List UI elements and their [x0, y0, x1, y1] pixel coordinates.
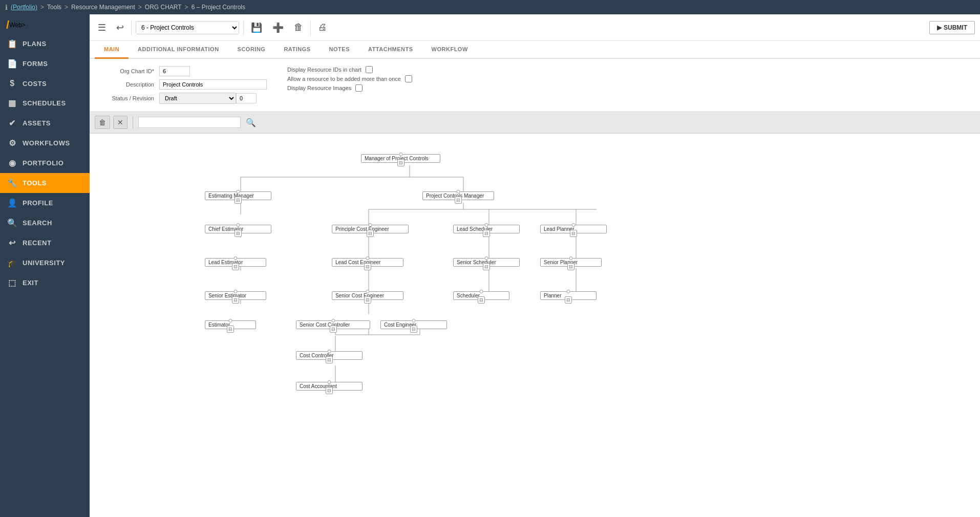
tab-scoring[interactable]: SCORING [228, 41, 275, 59]
node-sr-cost-eng[interactable]: Senior Cost Engineer ⊟ [332, 291, 403, 300]
node-expand-est-mgr[interactable]: ⊟ [235, 197, 242, 204]
node-expand-pc-mgr[interactable]: ⊟ [455, 197, 462, 204]
node-expand-sr-cost-eng[interactable]: ⊟ [364, 296, 371, 304]
schedules-icon: ▦ [7, 98, 17, 108]
node-lead-plan[interactable]: Lead Planner ⊟ [540, 225, 607, 233]
sidebar-item-portfolio[interactable]: ◉ PORTFOLIO [0, 153, 90, 173]
node-expand-sr-sched[interactable]: ⊟ [483, 263, 490, 270]
chart-toolbar-divider [133, 116, 133, 128]
node-label-est-mgr: Estimating Manager [208, 193, 254, 199]
node-expand-sr-cost-ctrl[interactable]: ⊟ [330, 326, 337, 333]
node-sr-sched[interactable]: Senior Scheduler ⊟ [453, 258, 520, 267]
sidebar-item-search[interactable]: 🔍 SEARCH [0, 213, 90, 233]
chart-delete-button[interactable]: 🗑 [95, 116, 110, 129]
node-plan[interactable]: Planner ⊟ [540, 291, 596, 300]
print-button[interactable]: 🖨 [315, 20, 330, 35]
chart-clear-button[interactable]: ✕ [113, 116, 127, 129]
node-expand-lead-cost-eng[interactable]: ⊟ [364, 263, 371, 270]
allow-multiple-row: Allow a resource to be added more than o… [287, 75, 412, 82]
description-label: Description [98, 81, 154, 88]
add-button[interactable]: ➕ [269, 20, 287, 35]
node-expand-lead-sched[interactable]: ⊟ [483, 230, 490, 237]
tab-workflow[interactable]: WORKFLOW [422, 41, 477, 59]
status-select[interactable]: Draft Active Closed [159, 93, 236, 104]
node-expand-sr-est[interactable]: ⊟ [232, 296, 239, 304]
display-ids-row: Display Resource IDs in chart [287, 66, 412, 73]
node-expand-est[interactable]: ⊟ [227, 326, 234, 333]
undo-button[interactable]: ↩ [113, 20, 127, 35]
sidebar-item-costs[interactable]: $ COSTS [0, 74, 90, 93]
tab-additional-info[interactable]: ADDITIONAL INFORMATION [129, 41, 228, 59]
record-selector[interactable]: 6 - Project Controls [136, 21, 239, 34]
chart-search-button[interactable]: 🔍 [244, 117, 258, 128]
node-sr-plan[interactable]: Senior Planner ⊟ [540, 258, 602, 267]
chart-toolbar: 🗑 ✕ 🔍 [90, 112, 980, 134]
description-input[interactable] [159, 79, 267, 90]
node-prin-cost[interactable]: Principle Cost Engineer ⊟ [332, 225, 409, 233]
display-ids-checkbox[interactable] [366, 66, 373, 73]
sidebar-item-profile[interactable]: 👤 PROFILE [0, 193, 90, 213]
tab-ratings[interactable]: RATINGS [274, 41, 319, 59]
sidebar-item-workflows[interactable]: ⚙ WORKFLOWS [0, 133, 90, 153]
sidebar-item-assets[interactable]: ✔ ASSETS [0, 113, 90, 133]
description-row: Description [98, 79, 267, 90]
sidebar-item-schedules[interactable]: ▦ SCHEDULES [0, 93, 90, 113]
node-expand-root[interactable]: ⊟ [397, 159, 404, 166]
sidebar-item-tools[interactable]: 🔧 TOOLS [0, 173, 90, 193]
node-sched[interactable]: Scheduler ⊟ [453, 291, 509, 300]
display-images-checkbox[interactable] [355, 84, 363, 92]
sidebar-item-university[interactable]: 🎓 UNIVERSITY [0, 253, 90, 273]
sidebar-item-plans[interactable]: 📋 PLANS [0, 34, 90, 54]
org-chart-container[interactable]: Manager of Project Controls ⊟ Estimating… [90, 134, 980, 517]
node-label-sr-sched: Senior Scheduler [457, 260, 496, 265]
node-chief-est[interactable]: Chief Estimator ⊟ [205, 225, 271, 233]
info-icon[interactable]: ℹ [5, 4, 8, 11]
breadcrumb-sep-1: > [40, 4, 44, 11]
node-expand-cost-ctrl[interactable]: ⊟ [326, 356, 333, 363]
node-expand-lead-est[interactable]: ⊟ [232, 263, 239, 270]
node-expand-cost-acct[interactable]: ⊟ [326, 387, 333, 394]
node-pc-mgr[interactable]: Project Controls Manager ⊟ [422, 191, 494, 200]
breadcrumb-portfolio[interactable]: (Portfolio) [11, 4, 37, 11]
node-expand-sr-plan[interactable]: ⊟ [567, 263, 574, 270]
node-expand-prin-cost[interactable]: ⊟ [367, 230, 374, 237]
node-expand-lead-plan[interactable]: ⊟ [570, 230, 577, 237]
sidebar-item-forms[interactable]: 📄 FORMS [0, 54, 90, 74]
display-images-label: Display Resource Images [287, 85, 351, 91]
node-est-mgr[interactable]: Estimating Manager ⊟ [205, 191, 271, 200]
save-button[interactable]: 💾 [248, 20, 265, 35]
tab-main[interactable]: MAIN [95, 41, 129, 59]
node-expand-chief-est[interactable]: ⊟ [235, 230, 242, 237]
delete-button[interactable]: 🗑 [291, 20, 306, 35]
node-expand-cost-eng[interactable]: ⊟ [410, 326, 417, 333]
revision-input[interactable] [236, 93, 257, 103]
status-select-wrap: Draft Active Closed [159, 93, 257, 104]
node-sr-est[interactable]: Senior Estimator ⊟ [205, 291, 266, 300]
node-label-root: Manager of Project Controls [365, 156, 429, 161]
allow-multiple-checkbox[interactable] [405, 75, 412, 82]
sidebar-item-exit[interactable]: ⬚ EXIT [0, 273, 90, 293]
node-label-sr-cost-eng: Senior Cost Engineer [335, 293, 384, 298]
submit-button[interactable]: ▶ SUBMIT [929, 21, 975, 34]
node-root[interactable]: Manager of Project Controls ⊟ [361, 154, 440, 163]
node-cost-eng[interactable]: Cost Engineer ⊟ [380, 320, 447, 329]
tab-attachments[interactable]: ATTACHMENTS [359, 41, 422, 59]
sidebar-item-recent[interactable]: ↩ RECENT [0, 233, 90, 253]
list-button[interactable]: ☰ [95, 20, 109, 35]
sidebar-label-schedules: SCHEDULES [23, 99, 66, 107]
node-expand-plan[interactable]: ⊟ [565, 296, 572, 304]
node-cost-acct[interactable]: Cost Accountant ⊟ [296, 382, 363, 391]
org-chart-id-label: Org Chart ID* [98, 68, 154, 74]
node-lead-est[interactable]: Lead Estimator ⊟ [205, 258, 266, 267]
node-lead-sched[interactable]: Lead Scheduler ⊟ [453, 225, 520, 233]
node-sr-cost-ctrl[interactable]: Senior Cost Controller ⊟ [296, 320, 370, 329]
org-chart-id-input[interactable] [159, 66, 190, 76]
chart-search-input[interactable] [138, 117, 241, 128]
node-cost-ctrl[interactable]: Cost Controller ⊟ [296, 351, 363, 360]
breadcrumb-org-chart: ORG CHART [145, 4, 182, 11]
node-lead-cost-eng[interactable]: Lead Cost Engineer ⊟ [332, 258, 403, 267]
tab-notes[interactable]: NOTES [320, 41, 359, 59]
node-expand-sched[interactable]: ⊟ [478, 296, 485, 304]
breadcrumb-tools: Tools [47, 4, 61, 11]
node-est[interactable]: Estimator ⊟ [205, 320, 256, 329]
